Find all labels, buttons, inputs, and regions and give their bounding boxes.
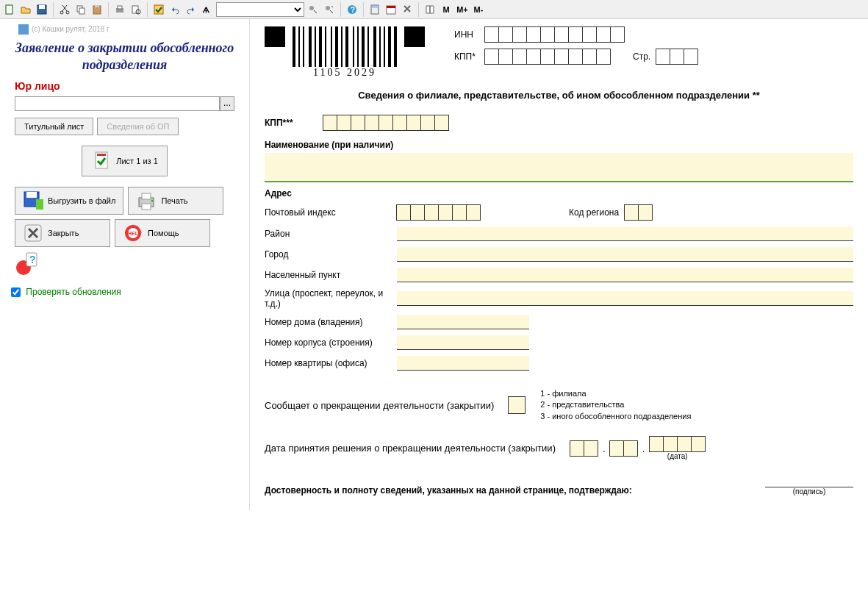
printer-icon [136, 190, 157, 211]
check-icon[interactable] [151, 2, 166, 17]
op-info-button[interactable]: Сведения об ОП [97, 118, 179, 135]
svg-point-15 [309, 6, 314, 10]
building-label: Номер корпуса (строения) [265, 337, 397, 348]
form-area: 1105 2029 ИНН КПП* Стр. Сведения о филиа… [250, 19, 868, 510]
svg-rect-20 [372, 6, 378, 8]
title-sheet-button[interactable]: Титульный лист [15, 118, 93, 135]
help-button[interactable]: HELP Помощь [115, 219, 210, 247]
locality-input[interactable] [397, 268, 853, 282]
toolbar: Ѧ ? M M+ M- [0, 0, 868, 19]
calendar-icon[interactable] [384, 2, 398, 17]
svg-rect-24 [97, 154, 106, 156]
locality-label: Населенный пункт [265, 270, 397, 280]
help-q-icon[interactable]: ? [15, 251, 40, 276]
city-input[interactable] [397, 247, 853, 262]
svg-point-4 [66, 11, 69, 14]
m-plus-button[interactable]: M+ [455, 2, 470, 17]
entity-type: Юр лицо [4, 78, 245, 94]
kpp3-label: КПП*** [265, 118, 323, 128]
closure-cell[interactable] [509, 396, 526, 414]
name-input[interactable] [265, 153, 853, 182]
tool1-icon[interactable] [306, 2, 320, 17]
page-cells[interactable] [656, 49, 698, 65]
region-cells[interactable] [625, 204, 653, 221]
sheet-icon [91, 151, 112, 171]
street-input[interactable] [397, 291, 853, 306]
print-button[interactable]: Печать [128, 187, 223, 215]
preview-icon[interactable] [129, 2, 143, 17]
name-label: Наименование (при наличии) [265, 134, 853, 153]
svg-rect-0 [6, 5, 12, 14]
browse-button[interactable]: ... [220, 96, 234, 111]
entity-input[interactable] [15, 96, 220, 111]
toolbar-combo[interactable] [216, 2, 304, 17]
info-icon [18, 24, 29, 35]
confirm-label: Достоверность и полноту сведений, указан… [265, 485, 765, 496]
svg-text:?: ? [29, 254, 36, 265]
postal-cells[interactable] [397, 204, 481, 221]
help-red-icon: HELP [123, 223, 143, 243]
kpp-label: КПП* [454, 51, 485, 62]
open-icon[interactable] [18, 2, 33, 17]
svg-rect-22 [387, 6, 395, 8]
paste-icon[interactable] [90, 2, 104, 17]
svg-rect-6 [79, 8, 85, 14]
app-title: Заявление о закрытии обособленного подра… [4, 36, 245, 78]
check-updates-checkbox[interactable] [11, 287, 21, 297]
copyright: (с) Кошки рулят, 2018 г [4, 23, 245, 36]
print-icon[interactable] [112, 2, 127, 17]
close-x-icon [23, 223, 43, 243]
inn-label: ИНН [454, 29, 485, 40]
kpp-cells[interactable] [485, 49, 611, 65]
district-input[interactable] [397, 226, 853, 241]
city-label: Город [265, 249, 397, 260]
closure-legend: 1 - филиала2 - представительства3 - иног… [540, 388, 691, 422]
address-label: Адрес [265, 182, 853, 201]
book-icon[interactable] [423, 2, 437, 17]
building-input[interactable] [397, 335, 529, 350]
apt-input[interactable] [397, 356, 529, 371]
tool2-icon[interactable] [322, 2, 337, 17]
svg-rect-30 [142, 204, 151, 210]
svg-text:HELP: HELP [128, 231, 142, 236]
district-label: Район [265, 229, 397, 239]
house-input[interactable] [397, 315, 529, 329]
form-title: Сведения о филиале, представительстве, о… [265, 79, 853, 112]
sheet-counter-button[interactable]: Лист 1 из 1 [82, 146, 168, 176]
region-label: Код региона [569, 207, 619, 218]
close-button[interactable]: Закрыть [15, 219, 110, 247]
apt-label: Номер квартиры (офиса) [265, 358, 397, 368]
find-icon[interactable]: Ѧ [200, 2, 215, 17]
kpp3-cells[interactable] [323, 115, 449, 131]
calc-icon[interactable] [367, 2, 382, 17]
export-button[interactable]: Выгрузить в файл [15, 187, 123, 215]
m-minus-button[interactable]: M- [471, 2, 486, 17]
date-day[interactable] [570, 440, 598, 457]
signature-label: (подпись) [765, 487, 853, 496]
m-button[interactable]: M [439, 2, 453, 17]
copy-icon[interactable] [73, 2, 88, 17]
date-caption: (дата) [650, 452, 706, 460]
redo-icon[interactable] [184, 2, 198, 17]
date-year[interactable] [650, 436, 706, 452]
svg-rect-29 [142, 193, 151, 199]
settings-icon[interactable] [400, 2, 415, 17]
sidebar: (с) Кошки рулят, 2018 г Заявление о закр… [0, 19, 250, 510]
help-icon[interactable]: ? [345, 2, 359, 17]
save-icon[interactable] [35, 2, 49, 17]
date-month[interactable] [610, 440, 638, 457]
svg-rect-13 [154, 5, 163, 14]
barcode: 1105 2029 [293, 26, 397, 79]
undo-icon[interactable] [168, 2, 182, 17]
decision-date-label: Дата принятия решения о прекращении деят… [265, 443, 556, 454]
new-icon[interactable] [2, 2, 17, 17]
postal-label: Почтовый индекс [265, 207, 397, 218]
inn-cells[interactable] [485, 26, 625, 43]
closure-label: Сообщает о прекращении деятельности (зак… [265, 400, 494, 411]
svg-rect-27 [36, 199, 43, 210]
cut-icon[interactable] [57, 2, 72, 17]
svg-rect-2 [39, 5, 45, 9]
page-label: Стр. [633, 51, 650, 62]
svg-point-16 [326, 6, 330, 10]
svg-rect-10 [118, 6, 122, 9]
